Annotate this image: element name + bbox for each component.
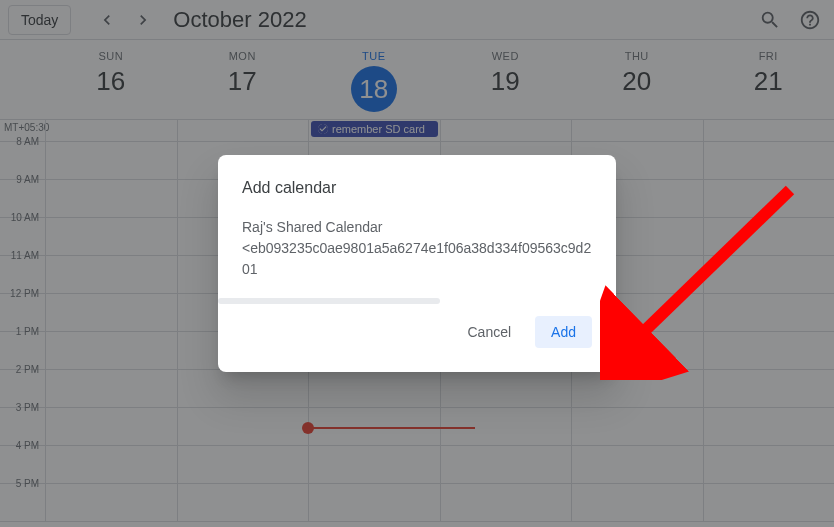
modal-title: Add calendar [242, 179, 592, 197]
modal-body-line1: Raj's Shared Calendar [242, 219, 382, 235]
modal-body: Raj's Shared Calendar <eb093235c0ae9801a… [242, 217, 592, 280]
modal-overlay: Add calendar Raj's Shared Calendar <eb09… [0, 0, 834, 527]
scrollbar-horizontal[interactable] [218, 298, 440, 304]
cancel-button[interactable]: Cancel [451, 316, 527, 348]
modal-actions: Cancel Add [242, 316, 592, 348]
add-button[interactable]: Add [535, 316, 592, 348]
modal-body-line2: <eb093235c0ae9801a5a6274e1f06a38d334f095… [242, 240, 591, 277]
add-calendar-modal: Add calendar Raj's Shared Calendar <eb09… [218, 155, 616, 372]
